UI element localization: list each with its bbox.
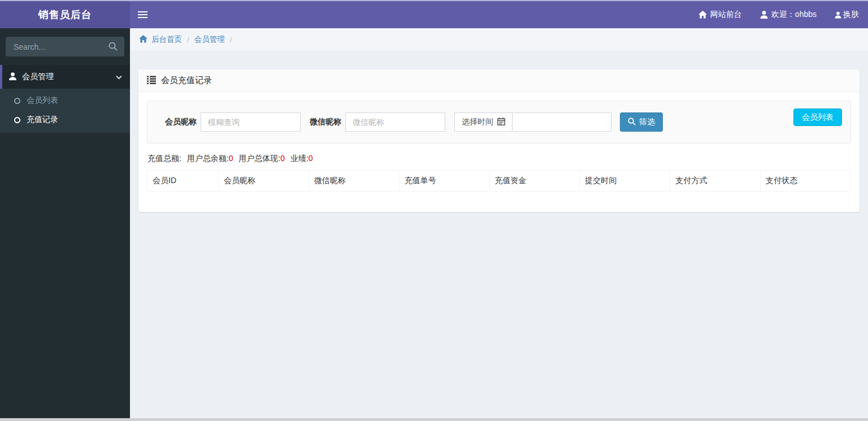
user-withdraw-value: 0 xyxy=(280,154,285,163)
performance-value: 0 xyxy=(309,154,313,163)
filter-form: 会员昵称 微信昵称 选择时间 xyxy=(147,101,851,144)
column-header-pay-status: 支付状态 xyxy=(761,171,851,192)
panel-body: 会员昵称 微信昵称 选择时间 xyxy=(138,92,860,212)
time-picker-addon[interactable]: 选择时间 xyxy=(454,112,513,132)
member-nickname-input[interactable] xyxy=(201,112,301,132)
wechat-nickname-input[interactable] xyxy=(345,112,445,132)
home-icon xyxy=(698,11,707,19)
sidebar-item-recharge-records[interactable]: 充值记录 xyxy=(0,110,130,129)
user-balance-value: 0 xyxy=(229,154,233,163)
breadcrumb-home-link[interactable]: 后台首页 xyxy=(139,34,182,45)
wechat-nickname-label: 微信昵称 xyxy=(310,117,341,127)
sidebar-item-member-management[interactable]: 会员管理 xyxy=(0,65,130,89)
nav-welcome-user[interactable]: 欢迎：ohbbs xyxy=(751,1,826,28)
skin-user-icon xyxy=(835,11,841,19)
nav-skin-link[interactable]: 换肤 xyxy=(826,1,859,28)
column-header-pay-method: 支付方式 xyxy=(670,171,761,192)
column-header-submit-time: 提交时间 xyxy=(580,171,670,192)
sidebar-toggle-button[interactable] xyxy=(130,1,155,28)
breadcrumb-member-management-link[interactable]: 会员管理 xyxy=(194,34,225,45)
user-withdraw-label: 用户总体现: xyxy=(238,154,280,163)
column-header-amount: 充值资金 xyxy=(489,171,580,192)
column-header-member-id: 会员ID xyxy=(147,171,219,192)
time-picker-group: 选择时间 xyxy=(454,112,611,132)
recharge-records-table: 会员ID 会员昵称 微信昵称 充值单号 充值资金 提交时间 支付方式 支付状态 xyxy=(147,170,851,192)
chevron-down-icon xyxy=(116,72,122,81)
list-icon xyxy=(147,76,156,86)
sidebar-menu: 会员管理 会员列表 充值记录 xyxy=(0,65,130,133)
column-header-member-nickname: 会员昵称 xyxy=(218,171,309,192)
breadcrumb-separator: / xyxy=(230,36,232,44)
search-icon[interactable] xyxy=(108,42,118,53)
time-range-input[interactable] xyxy=(512,112,611,132)
recharge-total-label: 充值总额: xyxy=(147,154,181,163)
performance-label: 业绩: xyxy=(290,154,309,163)
breadcrumb-separator: / xyxy=(187,36,189,44)
sidebar-search xyxy=(6,37,124,57)
circle-icon xyxy=(14,117,20,123)
circle-icon xyxy=(14,98,20,104)
member-list-button[interactable]: 会员列表 xyxy=(793,108,842,126)
home-icon xyxy=(139,35,147,45)
user-icon xyxy=(8,72,17,82)
table-header-row: 会员ID 会员昵称 微信昵称 充值单号 充值资金 提交时间 支付方式 支付状态 xyxy=(147,171,851,192)
filter-button[interactable]: 筛选 xyxy=(620,112,663,132)
summary-row: 充值总额: 用户总余额:0 用户总体现:0 业绩:0 xyxy=(147,154,851,164)
search-input[interactable] xyxy=(6,37,124,57)
topbar-nav: 网站前台 欢迎：ohbbs 换肤 xyxy=(689,1,868,28)
user-balance-label: 用户总余额: xyxy=(187,154,229,163)
breadcrumb: 后台首页 / 会员管理 / xyxy=(130,28,868,51)
column-header-order-no: 充值单号 xyxy=(399,171,489,192)
sidebar-item-member-list[interactable]: 会员列表 xyxy=(0,91,130,110)
column-header-wechat-nickname: 微信昵称 xyxy=(309,171,399,192)
sidebar: 会员管理 会员列表 充值记录 xyxy=(0,28,130,421)
sidebar-submenu: 会员列表 充值记录 xyxy=(0,89,130,133)
nav-site-front-link[interactable]: 网站前台 xyxy=(689,1,751,28)
content-area: 后台首页 / 会员管理 / 会员充值记录 xyxy=(130,0,868,421)
panel-header: 会员充值记录 xyxy=(138,70,860,92)
member-nickname-label: 会员昵称 xyxy=(165,117,197,127)
app-logo[interactable]: 销售员后台 xyxy=(0,1,130,28)
recharge-records-panel: 会员充值记录 会员昵称 微信昵称 选择时间 xyxy=(138,70,860,212)
menu-icon xyxy=(138,11,147,12)
search-icon xyxy=(628,118,636,127)
horizontal-scrollbar[interactable] xyxy=(0,418,868,421)
panel-title: 会员充值记录 xyxy=(161,75,212,86)
calendar-icon xyxy=(497,118,505,127)
user-icon xyxy=(760,11,768,19)
topbar: 销售员后台 网站前台 欢迎：ohbbs 换肤 xyxy=(0,0,868,28)
